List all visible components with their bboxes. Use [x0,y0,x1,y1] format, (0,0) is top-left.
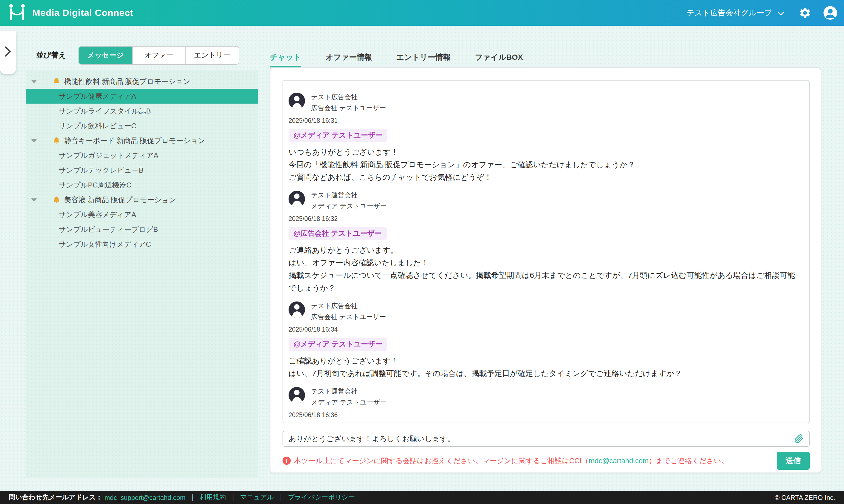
tab-offer-info[interactable]: オファー情報 [326,53,372,68]
tree-group-label: 美容液 新商品 販促プロモーション [64,195,176,205]
message-line: ご確認ありがとうございます！ [289,354,799,367]
tree-group-label: 機能性飲料 新商品 販促プロモーション [64,76,190,86]
mention-chip: @メディア テストユーザー [289,337,387,350]
group-selector[interactable]: テスト広告会社グループ [687,8,783,18]
chat-message: テスト運営会社 メディア テストユーザー 2025/06/18 16:36 了解… [289,387,799,423]
message-sender: テスト運営会社 メディア テストユーザー [311,191,387,211]
sender-company: テスト運営会社 [311,387,387,396]
footer-separator: ｜ [278,493,284,502]
message-line: ご連絡ありがとうございます。 [289,244,799,256]
composer-footer-row: 本ツール上にてマージンに関する会話はお控えください。マージンに関するご相談はCC… [282,452,810,470]
notification-bell-icon [53,77,61,86]
margin-warning: 本ツール上にてマージンに関する会話はお控えください。マージンに関するご相談はCC… [282,456,728,466]
message-line: 了解しました。 [289,423,799,423]
tree-expand-icon[interactable] [31,139,37,142]
campaign-tree: 機能性飲料 新商品 販促プロモーション サンプル健康メディアA サンプルライフス… [26,70,258,478]
message-line: いつもありがとうございます！ [289,146,799,158]
avatar-icon [289,93,305,109]
sender-user: メディア テストユーザー [311,398,387,407]
sidebar: 並び替え メッセージ オファー エントリー 機能性飲料 新商品 販促プロモーショ… [26,46,258,478]
footer-link-manual[interactable]: マニュアル [240,493,274,502]
tree-expand-icon[interactable] [31,198,37,201]
sender-user: 広告会社 テストユーザー [311,312,386,322]
header: Media Digital Connect テスト広告会社グループ [0,0,844,26]
tree-item-media[interactable]: サンプルガジェットメディアA [26,148,258,163]
app-title: Media Digital Connect [32,7,133,18]
message-sender: テスト広告会社 広告会社 テストユーザー [311,93,386,113]
sort-row: 並び替え メッセージ オファー エントリー [26,46,258,65]
message-input[interactable] [289,435,794,443]
avatar-icon [289,301,305,318]
sidebar-collapse-button[interactable] [0,31,16,74]
notification-bell-icon [53,196,61,204]
warning-text-prefix: 本ツール上にてマージンに関する会話はお控えください。マージンに関するご相談はCC… [294,456,589,465]
tab-filebox[interactable]: ファイルBOX [475,53,523,68]
group-selector-label: テスト広告会社グループ [687,8,772,18]
notification-bell-icon [53,137,61,145]
logo-icon [6,3,28,23]
app-logo: Media Digital Connect [6,3,133,23]
chat-message: テスト広告会社 広告会社 テストユーザー 2025/06/18 16:34 @メ… [289,301,799,380]
message-sender: テスト広告会社 広告会社 テストユーザー [311,301,386,322]
chevron-down-icon [778,8,783,17]
message-composer [282,431,810,447]
main-content: チャット オファー情報 エントリー情報 ファイルBOX テスト広告会社 広告会社… [270,53,821,473]
tree-item-media[interactable]: サンプルPC周辺機器C [26,178,258,192]
account-icon[interactable] [823,5,838,20]
message-line: はい、オファー内容確認いたしました！ [289,256,799,269]
footer-contact-label: 問い合わせ先メールアドレス： [9,493,102,502]
warning-exclamation-icon [282,456,291,465]
chat-panel: テスト広告会社 広告会社 テストユーザー 2025/06/18 16:31 @メ… [270,68,821,473]
tab-entry-info[interactable]: エントリー情報 [396,53,451,68]
message-timestamp: 2025/06/18 16:36 [289,411,799,418]
tree-item-media[interactable]: サンプルテックレビューB [26,163,258,178]
tree-item-media[interactable]: サンプル健康メディアA [26,89,258,104]
message-header: テスト運営会社 メディア テストユーザー [289,191,799,211]
header-right: テスト広告会社グループ [687,5,838,20]
footer-separator: ｜ [230,493,237,502]
sort-label: 並び替え [36,50,66,60]
tree-item-media[interactable]: サンプル飲料レビューC [26,119,258,133]
chat-message: テスト運営会社 メディア テストユーザー 2025/06/18 16:32 @広… [289,191,799,294]
chat-message: テスト広告会社 広告会社 テストユーザー 2025/06/18 16:31 @メ… [289,93,799,184]
attachment-paperclip-icon[interactable] [794,434,804,444]
sidebar-tab-offers[interactable]: オファー [132,47,185,64]
message-line: 掲載スケジュールについて一点確認させてください。掲載希望期間は6月末までとのこと… [289,269,799,294]
warning-text: 本ツール上にてマージンに関する会話はお控えください。マージンに関するご相談はCC… [294,456,728,466]
footer-link-terms[interactable]: 利用規約 [200,493,226,502]
tree-item-media[interactable]: サンプルビューティーブログB [26,222,258,237]
footer-link-privacy[interactable]: プライバシーポリシー [288,493,355,502]
send-button[interactable]: 送信 [777,452,810,470]
tree-group-silent-keyboard[interactable]: 静音キーボード 新商品 販促プロモーション [26,133,258,148]
message-line: はい、7月初旬であれば調整可能です。その場合は、掲載予定日が確定したタイミングで… [289,367,799,380]
mention-chip: @広告会社 テストユーザー [289,227,387,240]
warning-email-link[interactable]: mdc@cartahd.com [589,456,649,465]
tree-item-media[interactable]: サンプル美容メディアA [26,207,258,222]
tree-expand-icon[interactable] [31,80,37,83]
sender-user: 広告会社 テストユーザー [311,104,386,113]
app-root: Media Digital Connect テスト広告会社グループ [0,0,844,504]
message-header: テスト広告会社 広告会社 テストユーザー [289,301,799,322]
tree-group-label: 静音キーボード 新商品 販促プロモーション [64,136,205,145]
message-timestamp: 2025/06/18 16:34 [289,326,799,332]
sender-company: テスト広告会社 [311,93,386,102]
message-sender: テスト運営会社 メディア テストユーザー [311,387,387,407]
message-timestamp: 2025/06/18 16:32 [289,215,799,222]
tab-chat[interactable]: チャット [270,53,302,68]
chat-message-list[interactable]: テスト広告会社 広告会社 テストユーザー 2025/06/18 16:31 @メ… [282,80,810,423]
settings-icon[interactable] [798,6,811,19]
tree-item-media[interactable]: サンプル女性向けメディアC [26,237,258,252]
tree-group-functional-drink[interactable]: 機能性飲料 新商品 販促プロモーション [26,74,258,89]
sidebar-tab-group: メッセージ オファー エントリー [78,46,239,65]
footer-contact-email[interactable]: mdc_support@cartahd.com [104,494,186,502]
sidebar-tab-entries[interactable]: エントリー [185,47,238,64]
sidebar-tab-messages[interactable]: メッセージ [79,47,132,64]
message-timestamp: 2025/06/18 16:31 [289,117,799,124]
sender-company: テスト運営会社 [311,191,387,200]
tree-group-beauty-serum[interactable]: 美容液 新商品 販促プロモーション [26,192,258,207]
chevron-right-icon [4,46,12,59]
warning-text-suffix: ）までご連絡ください。 [649,456,728,465]
tree-item-media[interactable]: サンプルライフスタイル誌B [26,104,258,119]
message-header: テスト運営会社 メディア テストユーザー [289,387,799,407]
footer-separator: ｜ [189,493,196,502]
